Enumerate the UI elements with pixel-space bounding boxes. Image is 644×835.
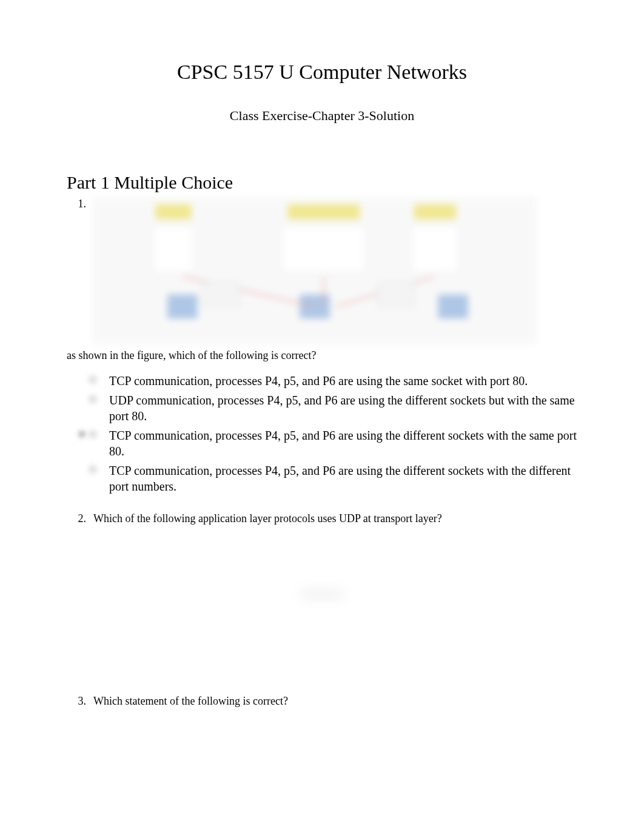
document-page: CPSC 5157 U Computer Networks Class Exer… [67,61,577,708]
blurred-content [67,592,577,677]
svg-rect-4 [281,226,366,273]
svg-rect-1 [287,204,360,220]
question-3: 3. Which statement of the following is c… [67,695,577,708]
svg-rect-8 [438,295,468,319]
option-b: UDP communication, processes P4, p5, and… [85,392,577,424]
question-2: 2. Which of the following application la… [67,512,577,677]
svg-rect-6 [167,295,198,319]
svg-rect-0 [155,204,191,220]
option-c: TCP communication, processes P4, p5, and… [85,428,577,459]
radio-selected-icon [85,428,109,442]
option-text: UDP communication, processes P4, p5, and… [109,392,577,424]
part-heading: Part 1 Multiple Choice [67,172,577,193]
figure-caption: as shown in the figure, which of the fol… [67,349,577,362]
question-number: 1. [67,198,91,210]
question-1: 1. [67,198,577,494]
svg-rect-3 [152,226,194,273]
page-subtitle: Class Exercise-Chapter 3-Solution [67,108,577,124]
question-number: 3. [67,695,91,708]
q1-options: TCP communication, processes P4, p5, and… [67,373,577,494]
svg-rect-5 [411,226,459,273]
question-text: Which statement of the following is corr… [93,695,288,707]
option-text: TCP communication, processes P4, p5, and… [109,373,577,389]
radio-icon [85,373,109,387]
option-a: TCP communication, processes P4, p5, and… [85,373,577,389]
radio-icon [85,392,109,407]
option-d: TCP communication, processes P4, p5, and… [85,463,577,494]
question-text: Which of the following application layer… [93,512,442,525]
svg-rect-13 [378,283,414,307]
option-text: TCP communication, processes P4, p5, and… [109,463,577,494]
radio-icon [85,463,109,477]
option-text: TCP communication, processes P4, p5, and… [109,428,577,459]
page-title: CPSC 5157 U Computer Networks [67,61,577,84]
svg-rect-2 [414,204,456,220]
svg-rect-12 [204,283,240,307]
network-diagram-figure [93,198,536,343]
question-number: 2. [67,512,91,525]
svg-line-9 [183,277,315,307]
